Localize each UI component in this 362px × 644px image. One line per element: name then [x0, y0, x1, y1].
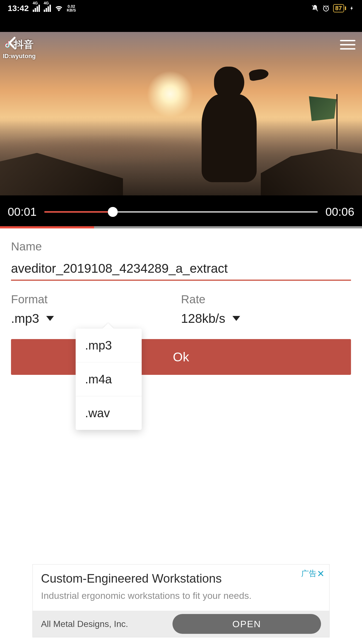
status-left: 13:42 4G 4G 0.02 KB/S [8, 4, 76, 13]
name-input[interactable] [11, 259, 351, 281]
format-option-m4a[interactable]: .m4a [76, 362, 142, 396]
total-time: 00:06 [325, 205, 354, 219]
buffer-bar [0, 226, 362, 228]
format-option-wav[interactable]: .wav [76, 396, 142, 430]
watermark-app-name: 抖音 [14, 38, 34, 51]
caret-down-icon [232, 316, 240, 321]
net-speed: 0.02 KB/S [67, 4, 76, 12]
format-dropdown: .mp3 .m4a .wav [76, 329, 142, 430]
seek-bar[interactable] [44, 211, 318, 213]
rate-value: 128kb/s [181, 311, 225, 326]
format-option-mp3[interactable]: .mp3 [76, 329, 142, 362]
mute-icon [311, 4, 319, 12]
alarm-icon [322, 4, 330, 12]
video-player[interactable]: 抖音 ID:wyutong 00:01 00:06 [0, 17, 362, 228]
ad-badge: 广告 [301, 568, 324, 579]
current-time: 00:01 [8, 205, 37, 219]
ad-banner[interactable]: 广告 Custom-Engineered Workstations Indust… [32, 564, 330, 637]
status-bar: 13:42 4G 4G 0.02 KB/S 87 [0, 0, 362, 17]
wifi-icon [55, 4, 63, 12]
seek-thumb[interactable] [108, 207, 118, 217]
format-select[interactable]: .mp3 [11, 311, 181, 326]
format-label: Format [11, 293, 181, 306]
extract-form: Name Format .mp3 Rate 128kb/s Ok [0, 228, 362, 375]
ad-company: All Metal Designs, Inc. [41, 619, 128, 629]
ad-title: Custom-Engineered Workstations [41, 572, 321, 585]
video-controls: 00:01 00:06 [0, 195, 362, 228]
battery-icon: 87 [333, 4, 346, 12]
ok-button[interactable]: Ok [11, 339, 351, 375]
popover-arrow-icon [103, 323, 114, 329]
signal-1-icon: 4G [33, 5, 40, 12]
name-label: Name [11, 240, 351, 253]
status-right: 87 [311, 4, 354, 12]
rate-select[interactable]: 128kb/s [181, 311, 351, 326]
signal-2-icon: 4G [44, 5, 51, 12]
rate-label: Rate [181, 293, 351, 306]
hamburger-icon [340, 40, 355, 41]
ad-subtitle: Industrial ergonomic workstations to fit… [41, 590, 321, 601]
close-icon[interactable] [317, 570, 324, 577]
menu-button[interactable] [340, 37, 355, 52]
ad-open-button[interactable]: OPEN [172, 614, 321, 634]
video-watermark: 抖音 ID:wyutong [3, 38, 36, 60]
status-time: 13:42 [8, 4, 29, 13]
caret-down-icon [46, 316, 54, 321]
charging-icon [349, 5, 354, 12]
tiktok-icon [3, 40, 12, 50]
format-value: .mp3 [11, 311, 39, 326]
video-frame [0, 32, 362, 195]
screen: 13:42 4G 4G 0.02 KB/S 87 [0, 0, 362, 644]
watermark-user-id: ID:wyutong [3, 53, 36, 60]
